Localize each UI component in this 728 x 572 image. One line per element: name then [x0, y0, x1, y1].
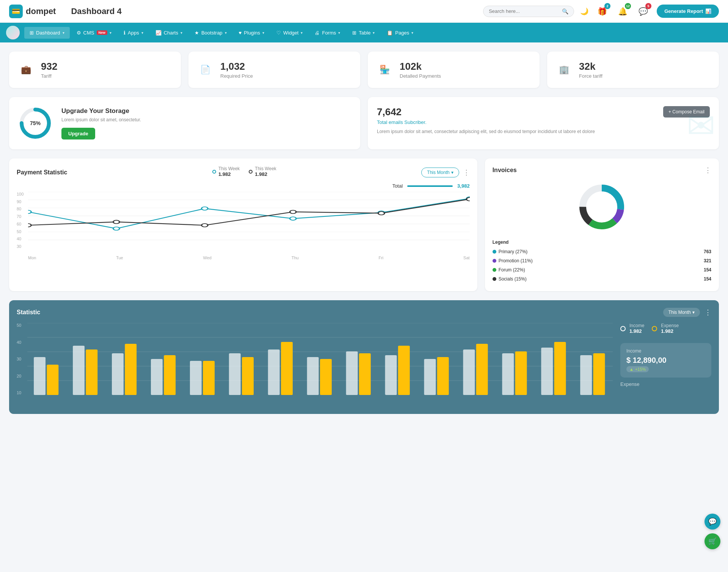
total-row: Total 3,982	[17, 183, 470, 189]
invoices-title: Invoices	[493, 167, 517, 174]
gift-btn[interactable]: 🎁 2	[595, 5, 609, 18]
legend-item-1: This Week 1.982	[249, 166, 276, 177]
search-input[interactable]	[489, 8, 559, 14]
x-labels: MonTueWedThuFriSat	[28, 255, 470, 260]
nav-item-charts[interactable]: 📈 Charts ▾	[150, 27, 188, 39]
invoices-legend: Legend Primary (27%) 763 Promotion (11%)…	[493, 240, 711, 284]
forms-arrow-icon: ▾	[338, 31, 340, 35]
storage-desc: Lorem ipsum dolor sit amet, onsectetur.	[61, 117, 141, 122]
generate-report-button[interactable]: Generate Report 📊	[657, 5, 719, 18]
svg-rect-36	[125, 344, 136, 395]
chart-lines	[28, 192, 470, 249]
dropdown-arrow-icon: ▾	[451, 170, 453, 175]
email-sub: Total emails Subcriber.	[377, 119, 427, 125]
cms-new-badge: New	[97, 30, 108, 35]
nav-item-forms[interactable]: 🖨 Forms ▾	[309, 27, 345, 39]
inv-dot-forum	[493, 268, 496, 272]
widget-icon: ♡	[276, 30, 281, 36]
svg-rect-42	[242, 357, 254, 395]
svg-rect-31	[34, 357, 46, 395]
svg-rect-52	[437, 357, 449, 395]
upgrade-button[interactable]: Upgrade	[61, 128, 95, 139]
svg-point-11	[202, 207, 208, 210]
bell-badge: 12	[625, 3, 631, 9]
required-price-num: 1,032	[220, 61, 253, 72]
detailed-payments-num: 102k	[400, 61, 441, 72]
chat-btn[interactable]: 💬 5	[636, 5, 650, 18]
svg-point-12	[290, 217, 296, 220]
svg-point-9	[28, 210, 31, 214]
nav-item-dashboard[interactable]: ⊞ Dashboard ▾	[24, 27, 70, 39]
svg-point-16	[113, 220, 120, 224]
svg-rect-40	[203, 361, 215, 395]
svg-rect-58	[554, 342, 566, 395]
cms-icon: ⚙	[77, 30, 81, 36]
income-panel-label: Income	[626, 348, 705, 354]
svg-rect-46	[320, 359, 332, 395]
svg-rect-39	[190, 361, 202, 395]
statistic-menu-button[interactable]: ⋮	[704, 308, 711, 317]
force-tariff-num: 32k	[579, 61, 602, 72]
required-price-label: Required Price	[220, 73, 253, 79]
stat-card-detailed-payments: 🏪 102k Detalled Payments	[368, 52, 540, 88]
svg-point-10	[113, 227, 120, 230]
gift-badge: 2	[604, 3, 610, 9]
income-label: Income	[629, 323, 644, 328]
payment-title: Payment Statistic	[17, 169, 67, 176]
inv-dot-primary	[493, 250, 496, 254]
svg-point-17	[202, 224, 208, 227]
stat-section-header: Statistic This Month ▾ ⋮	[17, 308, 711, 317]
invoices-donut-wrap	[493, 180, 711, 234]
stat-section-right: This Month ▾ ⋮	[663, 308, 711, 317]
payment-card: Payment Statistic This Week 1.982 This W…	[9, 158, 477, 291]
up-arrow-icon: ▲	[629, 367, 634, 371]
search-icon: 🔍	[562, 8, 568, 14]
svg-rect-57	[541, 348, 553, 395]
page-title: Dashboard 4	[71, 6, 477, 16]
cms-arrow-icon: ▾	[110, 31, 111, 35]
storage-text: Upgrade Your Storage Lorem ipsum dolor s…	[61, 107, 141, 139]
tariff-num: 932	[41, 61, 57, 72]
svg-rect-43	[268, 349, 280, 395]
stat-dropdown-icon: ▾	[692, 310, 695, 315]
svg-rect-60	[593, 353, 605, 395]
email-num: 7,642	[377, 106, 427, 118]
storage-donut: 75%	[18, 106, 52, 140]
generate-label: Generate Report	[664, 8, 703, 14]
email-card-top: 7,642 Total emails Subcriber. + Compose …	[377, 106, 710, 125]
svg-rect-47	[346, 351, 358, 395]
this-month-filter[interactable]: This Month ▾	[421, 168, 459, 177]
stat-card-force-tariff: 🏢 32k Force tariff	[547, 52, 719, 88]
statistic-month-filter[interactable]: This Month ▾	[663, 308, 700, 317]
email-stats: 7,642 Total emails Subcriber.	[377, 106, 427, 125]
bar-chart-area: 1020304050	[17, 323, 613, 406]
required-price-icon: 📄	[196, 61, 214, 79]
pages-arrow-icon: ▾	[411, 31, 413, 35]
svg-point-19	[378, 212, 384, 215]
main-content: 💼 932 Tariff 📄 1,032 Required Price 🏪 10…	[0, 42, 728, 423]
expense-stat-val: 1.982	[661, 328, 679, 334]
nav-item-bootstrap[interactable]: ★ Bootstrap ▾	[189, 27, 232, 39]
stat-card-tariff: 💼 932 Tariff	[9, 52, 181, 88]
header-icons: 🌙 🎁 2 🔔 12 💬 5 Generate Report 📊	[580, 5, 719, 18]
nav-item-apps[interactable]: ℹ Apps ▾	[118, 27, 149, 39]
theme-toggle-btn[interactable]: 🌙	[580, 7, 588, 16]
total-val: 3,982	[457, 183, 470, 189]
table-icon: ⊞	[352, 30, 356, 36]
svg-point-20	[466, 197, 469, 201]
nav-item-table[interactable]: ⊞ Table ▾	[347, 27, 380, 39]
statistic-body: 1020304050	[17, 323, 711, 406]
legend-dot-teal	[212, 170, 216, 174]
nav-item-plugins[interactable]: ♥ Plugins ▾	[234, 27, 270, 39]
nav-item-cms[interactable]: ⚙ CMS New ▾	[71, 27, 117, 39]
bell-btn[interactable]: 🔔 12	[616, 5, 629, 18]
tariff-label: Tariff	[41, 73, 57, 79]
nav-item-widget[interactable]: ♡ Widget ▾	[271, 27, 308, 39]
income-circle-icon	[620, 326, 626, 331]
detailed-payments-label: Detalled Payments	[400, 73, 441, 79]
logo-text: dompet	[26, 6, 56, 16]
invoices-menu-button[interactable]: ⋮	[704, 166, 711, 174]
svg-rect-49	[385, 355, 397, 395]
nav-item-pages[interactable]: 📋 Pages ▾	[381, 27, 419, 39]
payment-menu-button[interactable]: ⋮	[463, 168, 470, 177]
